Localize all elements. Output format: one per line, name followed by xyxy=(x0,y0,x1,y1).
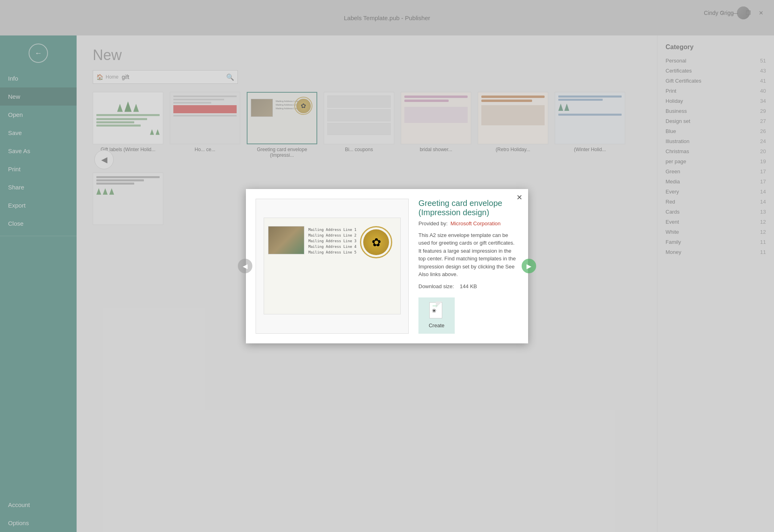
modal-nav-left[interactable]: ◀ xyxy=(238,259,252,273)
envelope-seal: ✿ xyxy=(360,226,392,258)
modal-nav-right[interactable]: ▶ xyxy=(522,259,536,273)
modal-info: Greeting card envelope (Impression desig… xyxy=(418,199,518,334)
modal-close-button[interactable]: ✕ xyxy=(516,193,522,202)
envelope-text-line: Mailing Address Line 1 xyxy=(308,228,356,232)
modal-description: This A2 size envelope template can be us… xyxy=(418,231,518,278)
modal-body: Mailing Address Line 1 Mailing Address L… xyxy=(246,189,528,343)
modal-title: Greeting card envelope (Impression desig… xyxy=(418,199,518,217)
provider-link[interactable]: Microsoft Corporation xyxy=(451,220,501,227)
envelope-photo xyxy=(268,226,304,254)
create-button-icon: ✳ xyxy=(429,302,444,320)
download-size-value: 144 KB xyxy=(460,283,477,289)
envelope-text-line: Mailing Address Line 3 xyxy=(308,239,356,243)
create-button[interactable]: ✳ Create xyxy=(418,297,455,334)
seal-inner: ✿ xyxy=(363,229,389,255)
create-button-label: Create xyxy=(429,322,444,328)
download-label: Download size: xyxy=(418,283,454,289)
provider-label: Provided by: xyxy=(418,220,447,227)
modal: ✕ ◀ ▶ Mailing Address Line 1 Mailing Add… xyxy=(246,189,528,343)
envelope-text-line: Mailing Address Line 4 xyxy=(308,245,356,249)
envelope-text-line: Mailing Address Line 5 xyxy=(308,250,356,254)
modal-preview: Mailing Address Line 1 Mailing Address L… xyxy=(256,199,409,334)
modal-download-size: Download size: 144 KB xyxy=(418,283,518,289)
envelope-text-lines: Mailing Address Line 1 Mailing Address L… xyxy=(308,228,356,254)
modal-overlay: ✕ ◀ ▶ Mailing Address Line 1 Mailing Add… xyxy=(0,0,774,532)
envelope-preview: Mailing Address Line 1 Mailing Address L… xyxy=(264,218,401,314)
envelope-text-line: Mailing Address Line 2 xyxy=(308,233,356,237)
modal-provider: Provided by: Microsoft Corporation xyxy=(418,220,518,227)
